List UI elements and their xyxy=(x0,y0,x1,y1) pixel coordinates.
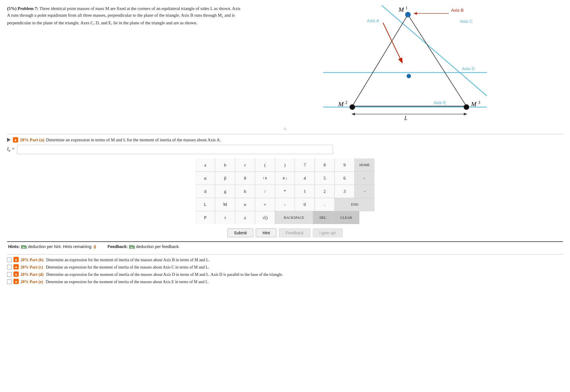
kb-del[interactable]: DEL xyxy=(313,211,333,224)
kb-clear[interactable]: CLEAR xyxy=(333,211,359,224)
kb-right-arrow[interactable]: → xyxy=(355,185,375,198)
part-b-row: ▲ 20% Part (b) Determine an expression f… xyxy=(7,257,563,263)
hint-button[interactable]: Hint xyxy=(256,228,277,237)
kb-row-5: P t z √() BACKSPACE DEL CLEAR xyxy=(195,211,375,224)
m2-sub-label: 2 xyxy=(345,100,347,105)
kb-6[interactable]: 6 xyxy=(335,172,355,185)
play-button[interactable] xyxy=(7,138,11,142)
divider-1 xyxy=(7,134,563,134)
part-c-text: 20% Part (c) Determine an expression for… xyxy=(20,264,209,270)
part-a-desc: Determine an expression in terms of M an… xyxy=(46,137,221,142)
kb-r[interactable]: r xyxy=(235,159,255,171)
kb-theta[interactable]: θ xyxy=(235,172,255,185)
part-e-checkbox[interactable] xyxy=(7,279,12,284)
answer-input[interactable] xyxy=(17,145,333,154)
part-c-warning: ▲ xyxy=(13,264,19,269)
kb-7[interactable]: 7 xyxy=(295,159,315,171)
kb-2[interactable]: 2 xyxy=(315,185,335,198)
part-c-checkbox[interactable] xyxy=(7,265,12,269)
kb-h[interactable]: h xyxy=(235,185,255,198)
part-b-text: 20% Part (b) Determine an expression for… xyxy=(20,257,210,263)
feedback-pct: 0% xyxy=(129,244,135,249)
kb-home[interactable]: HOME xyxy=(355,159,375,171)
diagram-container: M 1 M 2 M 3 Axis A Axis B Axis C Axis xyxy=(323,5,487,123)
kb-0[interactable]: 0 xyxy=(295,198,315,211)
kb-sqrt[interactable]: √() xyxy=(255,211,275,224)
kb-minus[interactable]: - xyxy=(275,198,295,211)
kb-close-paren[interactable]: ) xyxy=(275,159,295,171)
part-e-warning: ▲ xyxy=(13,279,19,284)
kb-row-2: α β θ ↑∧ ∧↓ 4 5 6 ← xyxy=(195,172,375,185)
kb-M[interactable]: M xyxy=(215,198,235,211)
hints-text-block: Hints: 0% deduction per hint. Hints rema… xyxy=(8,244,96,249)
part-b-checkbox[interactable] xyxy=(7,257,12,262)
problem-label: (5%) Problem 7: xyxy=(7,6,38,11)
kb-8[interactable]: 8 xyxy=(315,159,335,171)
axis-d-label: Axis D xyxy=(462,66,475,71)
kb-end[interactable]: END xyxy=(335,198,375,211)
kb-slash[interactable]: / xyxy=(255,185,275,198)
kb-4[interactable]: 4 xyxy=(295,172,315,185)
problem-body: Three identical point masses of mass M a… xyxy=(7,6,240,25)
kb-backspace[interactable]: BACKSPACE xyxy=(275,211,313,224)
kb-row-3: d g h / * 1 2 3 → xyxy=(195,185,375,198)
m3-sub-label: 3 xyxy=(478,100,480,105)
axis-c-label: Axis C xyxy=(460,19,473,24)
m1-dot xyxy=(405,12,411,17)
kb-up-exp[interactable]: ↑∧ xyxy=(255,172,275,185)
part-b-warning: ▲ xyxy=(13,257,19,262)
kb-dot[interactable]: . xyxy=(315,198,335,211)
kb-3[interactable]: 3 xyxy=(335,185,355,198)
kb-P[interactable]: P xyxy=(195,211,215,224)
part-d-warning: ▲ xyxy=(13,271,19,277)
m3-label: M xyxy=(471,100,477,108)
m2-label: M xyxy=(338,100,344,108)
hints-label: Hints: xyxy=(8,244,20,249)
kb-1[interactable]: 1 xyxy=(295,185,315,198)
input-row: Ia = xyxy=(7,145,563,154)
kb-n[interactable]: n xyxy=(235,198,255,211)
kb-beta[interactable]: β xyxy=(215,172,235,185)
m1-label: M xyxy=(398,6,404,13)
part-b-label: 20% Part (b) xyxy=(20,258,44,262)
triangle-right-side xyxy=(408,15,466,106)
centroid-dot xyxy=(407,74,411,78)
other-parts: ▲ 20% Part (b) Determine an expression f… xyxy=(7,254,563,285)
center-a-label: A xyxy=(7,126,563,131)
triangle-left-side xyxy=(352,15,408,106)
top-section: (5%) Problem 7: Three identical point ma… xyxy=(7,5,563,123)
m2-dot xyxy=(350,104,355,110)
kb-down-exp[interactable]: ∧↓ xyxy=(275,172,295,185)
submit-button[interactable]: Submit xyxy=(227,228,254,237)
part-e-row: ▲ 20% Part (e) Determine an expression f… xyxy=(7,279,563,285)
part-d-row: ▲ 20% Part (d) Determine an expression f… xyxy=(7,271,563,278)
keyboard: a b r ( ) 7 8 9 HOME α β θ ↑∧ ∧↓ 4 5 6 ← xyxy=(195,158,375,224)
l-label: L xyxy=(404,115,407,121)
give-up-button[interactable]: I give up! xyxy=(313,228,343,237)
hints-pct: 0% xyxy=(21,244,27,249)
part-e-label: 20% Part (e) xyxy=(20,280,43,284)
kb-L[interactable]: L xyxy=(195,198,215,211)
kb-alpha[interactable]: α xyxy=(195,172,215,185)
m1-sub-label: 1 xyxy=(406,6,408,10)
kb-asterisk[interactable]: * xyxy=(275,185,295,198)
kb-t[interactable]: t xyxy=(215,211,235,224)
part-a-label: 20% Part (a) xyxy=(20,137,44,142)
kb-d[interactable]: d xyxy=(195,185,215,198)
kb-b[interactable]: b xyxy=(215,159,235,171)
kb-open-paren[interactable]: ( xyxy=(255,159,275,171)
kb-g[interactable]: g xyxy=(215,185,235,198)
feedback-button[interactable]: Feedback xyxy=(279,228,310,237)
kb-row-4: L M n + - 0 . END xyxy=(195,198,375,211)
kb-left-arrow[interactable]: ← xyxy=(355,172,375,185)
kb-5[interactable]: 5 xyxy=(315,172,335,185)
part-d-checkbox[interactable] xyxy=(7,272,12,277)
kb-a[interactable]: a xyxy=(195,159,215,171)
warning-icon: ▲ xyxy=(13,137,18,142)
axis-e-label: Axis E xyxy=(434,100,446,105)
kb-9[interactable]: 9 xyxy=(335,159,355,171)
kb-z[interactable]: z xyxy=(235,211,255,224)
action-buttons: Submit Hint Feedback I give up! xyxy=(7,228,563,237)
input-label: Ia = xyxy=(7,146,15,153)
kb-plus[interactable]: + xyxy=(255,198,275,211)
